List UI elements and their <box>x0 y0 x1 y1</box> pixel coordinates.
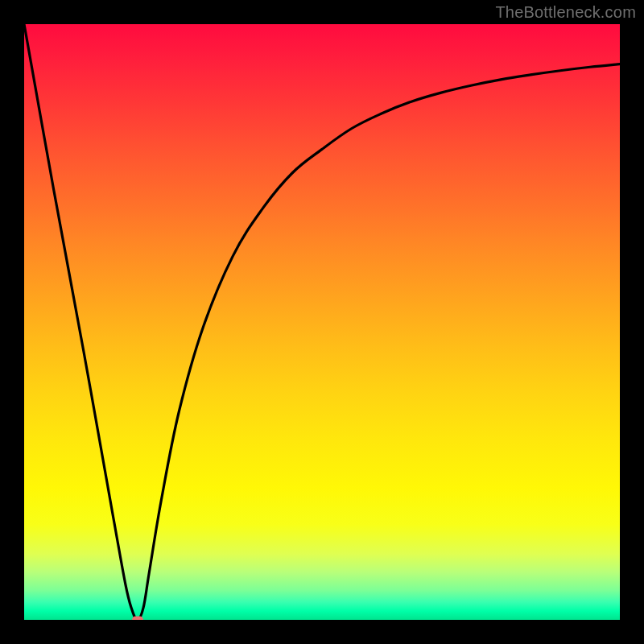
curve-svg <box>24 24 620 620</box>
valley-marker <box>132 617 143 621</box>
attribution-text: TheBottleneck.com <box>495 3 636 22</box>
chart-frame: TheBottleneck.com <box>0 0 644 644</box>
plot-area <box>24 24 620 620</box>
bottleneck-curve-path <box>24 24 620 620</box>
